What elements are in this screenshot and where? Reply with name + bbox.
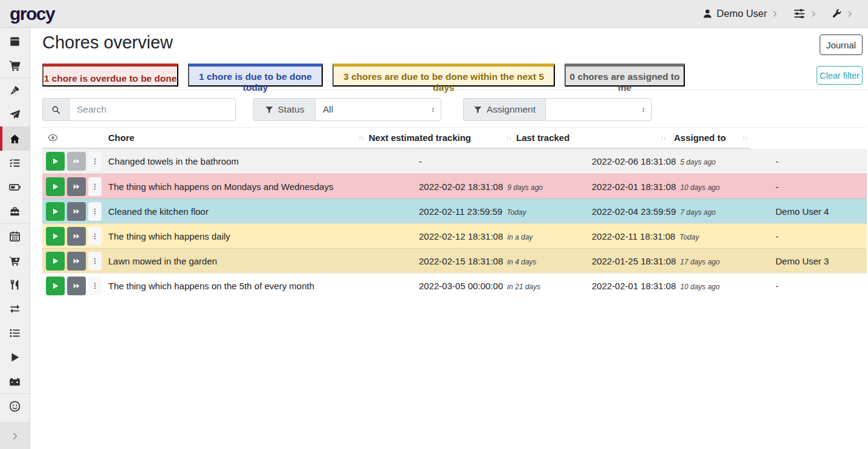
ellipsis-v-icon — [91, 207, 99, 216]
skip-next-chore-schedule-button[interactable] — [67, 252, 86, 270]
chore-row-menu-button[interactable] — [88, 152, 102, 171]
column-header-last-tracked[interactable]: Last tracked — [516, 128, 569, 148]
sidebar-item-pizza-slice[interactable] — [0, 78, 30, 102]
next-estimated-tracking-cell: 2022-02-02 18:31:089 days ago — [419, 174, 543, 200]
banner-assigned-me[interactable]: 0 chores are assigned to me — [565, 64, 685, 87]
skip-next-chore-schedule-button[interactable] — [67, 177, 86, 196]
sort-icon[interactable]: ↑↓ — [506, 128, 511, 148]
caret-updown-icon — [430, 105, 436, 117]
status-filter-group: Status All — [253, 98, 441, 121]
chore-name[interactable]: The thing which happens daily — [108, 224, 230, 249]
ellipsis-v-icon — [91, 182, 99, 191]
sidebar-item-play[interactable] — [0, 345, 30, 369]
chore-row-menu-button[interactable] — [88, 277, 102, 295]
track-chore-execution-button[interactable] — [46, 227, 65, 246]
chore-name[interactable]: Cleaned the kitchen floor — [108, 199, 209, 224]
sidebar-item-battery[interactable] — [0, 175, 30, 199]
sidebar-item-paper-plane[interactable] — [0, 102, 30, 126]
sidebar-item-home[interactable] — [0, 126, 30, 151]
sidebar-nav — [0, 28, 30, 449]
skip-next-chore-schedule-button[interactable] — [67, 152, 86, 171]
sidebar-item-box[interactable] — [0, 29, 30, 53]
play-icon — [51, 257, 59, 265]
sidebar-item-utensils[interactable] — [0, 272, 30, 297]
chore-name[interactable]: Lawn mowed in the garden — [108, 249, 217, 274]
sidebar-item-smiley[interactable] — [0, 394, 30, 418]
column-header-next-tracking[interactable]: Next estimated tracking — [369, 128, 471, 148]
next-estimated-tracking-cell: - — [419, 149, 426, 175]
journal-button[interactable]: Journal — [820, 34, 863, 55]
next-estimated-tracking-cell: 2022-03-05 00:00:00in 21 days — [419, 274, 540, 300]
skip-next-chore-schedule-button[interactable] — [67, 277, 86, 295]
battery-icon — [9, 182, 21, 193]
filter-icon — [265, 105, 274, 114]
home-icon — [9, 133, 21, 145]
user-menu[interactable]: Demo User — [702, 8, 779, 19]
ellipsis-v-icon — [91, 257, 99, 266]
assignment-filter-select[interactable] — [545, 98, 652, 121]
search-input[interactable] — [69, 98, 236, 121]
user-icon — [702, 8, 713, 19]
utensils-icon — [9, 279, 21, 290]
sort-icon[interactable]: ↑↓ — [661, 128, 666, 148]
sidebar-item-cart-plus[interactable] — [0, 248, 30, 272]
sidebar-item-car-battery[interactable] — [0, 369, 30, 393]
track-chore-execution-button[interactable] — [46, 277, 65, 295]
sidebar-item-tasks[interactable] — [0, 151, 30, 175]
assigned-to-cell: - — [776, 174, 779, 199]
track-chore-execution-button[interactable] — [46, 152, 65, 171]
forward-icon — [73, 183, 80, 191]
sidebar-item-shopping-cart[interactable] — [0, 53, 30, 77]
column-header-chore[interactable]: Chore — [108, 128, 134, 148]
expand-sidebar-button[interactable] — [0, 422, 30, 449]
search-icon — [51, 105, 60, 114]
admin-menu[interactable] — [832, 8, 853, 19]
sidebar-items — [0, 29, 30, 418]
forward-icon — [73, 232, 80, 240]
chevron-right-icon — [846, 10, 853, 18]
chore-name[interactable]: The thing which happens on Mondays and W… — [108, 174, 333, 199]
list-icon — [9, 327, 21, 339]
play-icon — [51, 183, 59, 191]
caret-updown-icon — [641, 105, 646, 117]
sidebar-item-list[interactable] — [0, 321, 30, 345]
banner-overdue[interactable]: 1 chore is overdue to be done — [42, 64, 178, 87]
status-filter-select[interactable]: All — [315, 98, 441, 121]
chore-row-menu-button[interactable] — [88, 177, 102, 196]
main-area: Chores overview Journal Clear filter 1 c… — [30, 28, 868, 298]
track-chore-execution-button[interactable] — [46, 202, 65, 221]
sidebar-item-exchange[interactable] — [0, 297, 30, 321]
assigned-to-cell: Demo User 3 — [776, 249, 829, 274]
chore-row-menu-button[interactable] — [88, 202, 102, 221]
banner-due-today[interactable]: 1 chore is due to be done today — [188, 64, 323, 87]
skip-next-chore-schedule-button[interactable] — [67, 202, 86, 221]
banner-due-soon[interactable]: 3 chores are due to be done within the n… — [332, 64, 555, 87]
ellipsis-v-icon — [91, 157, 99, 166]
play-icon — [51, 232, 59, 240]
chore-row-menu-button[interactable] — [88, 227, 102, 246]
track-chore-execution-button[interactable] — [46, 177, 65, 196]
wrench-icon — [832, 8, 842, 19]
last-tracked-cell: 2022-02-11 18:31:08Today — [592, 224, 699, 250]
table-row: Changed towels in the bathroom-2022-02-0… — [42, 149, 867, 174]
pizza-slice-icon — [9, 85, 21, 96]
sort-icon[interactable]: ↑↓ — [358, 128, 364, 148]
track-chore-execution-button[interactable] — [46, 252, 65, 270]
last-tracked-cell: 2022-01-25 18:31:0817 days ago — [592, 249, 720, 275]
chore-row-menu-button[interactable] — [88, 252, 102, 270]
eye-icon[interactable] — [48, 133, 58, 145]
grocy-logo[interactable]: grocy — [10, 0, 54, 28]
assignment-filter-label: Assignment — [487, 104, 536, 115]
sidebar-item-calendar[interactable] — [0, 224, 30, 248]
chore-name[interactable]: The thing which happens on the 5th of ev… — [108, 274, 314, 298]
last-tracked-cell: 2022-02-06 18:31:085 days ago — [592, 149, 716, 175]
chore-name[interactable]: Changed towels in the bathroom — [108, 149, 239, 174]
settings-menu[interactable] — [793, 7, 817, 20]
column-header-assigned-to[interactable]: Assigned to — [674, 128, 726, 148]
play-icon — [51, 208, 59, 215]
search-icon-box — [42, 98, 69, 121]
clear-filter-button[interactable]: Clear filter — [817, 66, 863, 85]
sidebar-item-toolbox[interactable] — [0, 199, 30, 223]
sort-icon[interactable]: ↑↓ — [742, 128, 748, 148]
skip-next-chore-schedule-button[interactable] — [67, 227, 86, 246]
